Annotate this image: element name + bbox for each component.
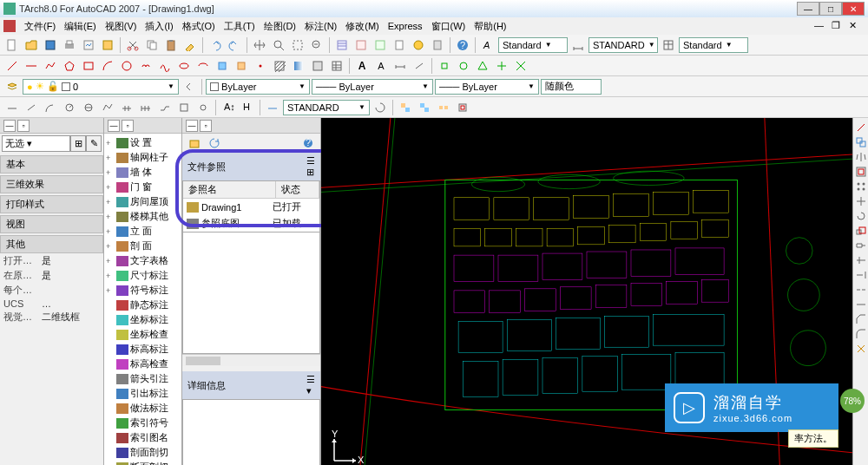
mod3-icon[interactable]: [435, 99, 452, 116]
dim8-icon[interactable]: [137, 99, 155, 116]
dim1-icon[interactable]: [3, 99, 21, 116]
section-other[interactable]: 其他: [0, 235, 103, 253]
xref-pin-icon[interactable]: ▫: [200, 120, 212, 132]
menu-file[interactable]: 文件(F): [21, 18, 59, 35]
print-icon[interactable]: [61, 36, 78, 54]
detail-view-icon[interactable]: ☰: [306, 374, 315, 385]
dimstyle-icon[interactable]: [569, 36, 587, 54]
tree-item-4[interactable]: +房间屋顶: [104, 194, 181, 209]
xref-tree-icon[interactable]: ⊞: [306, 167, 315, 178]
prop-open[interactable]: 打开…是: [0, 253, 103, 268]
plotstyle-combo[interactable]: 随颜色: [541, 79, 602, 95]
ellipse-arc-icon[interactable]: [194, 57, 212, 75]
chamfer-icon[interactable]: [855, 313, 867, 325]
menu-format[interactable]: 格式(O): [179, 18, 219, 35]
stretch-icon[interactable]: [855, 239, 867, 252]
break-icon[interactable]: [855, 284, 867, 296]
array-icon[interactable]: [855, 180, 867, 193]
menu-view[interactable]: 视图(V): [102, 18, 141, 35]
tree-item-6[interactable]: +立 面: [104, 224, 181, 239]
prop-at[interactable]: 在原…是: [0, 268, 103, 283]
paste-icon[interactable]: [162, 36, 180, 54]
tree-item-11[interactable]: 静态标注: [104, 298, 181, 312]
dimstyle-mgr-icon[interactable]: [264, 99, 281, 116]
properties-icon[interactable]: [333, 36, 351, 54]
menu-modify[interactable]: 修改(M): [342, 18, 383, 35]
tree-close-icon[interactable]: —: [108, 120, 120, 132]
line-icon[interactable]: [3, 57, 21, 75]
prop-per[interactable]: 每个…: [0, 283, 103, 298]
table-icon[interactable]: [328, 57, 345, 75]
detail-collapse-icon[interactable]: ▾: [306, 385, 315, 396]
insert-icon[interactable]: [214, 57, 231, 75]
tree-item-8[interactable]: +文字表格: [104, 253, 181, 268]
menu-draw[interactable]: 绘图(D): [260, 18, 299, 35]
prop-ucs[interactable]: UCS…: [0, 298, 103, 310]
menu-edit[interactable]: 编辑(E): [61, 18, 100, 35]
arc-icon[interactable]: [99, 57, 116, 75]
xref-scrollbar[interactable]: [182, 354, 320, 366]
section-basic[interactable]: 基本: [0, 155, 103, 174]
undo-icon[interactable]: [207, 36, 224, 54]
mtext-icon[interactable]: A: [353, 57, 371, 75]
region-icon[interactable]: [309, 57, 326, 75]
publish-icon[interactable]: [99, 36, 116, 54]
polygon-icon[interactable]: [61, 57, 78, 75]
menu-help[interactable]: 帮助(H): [470, 18, 510, 35]
offset-icon[interactable]: [855, 166, 867, 178]
tree-item-16[interactable]: 箭头引注: [104, 371, 181, 386]
tree-item-18[interactable]: 做法标注: [104, 401, 181, 416]
section-3d[interactable]: 三维效果: [0, 175, 103, 193]
tree-item-12[interactable]: 坐标标注: [104, 312, 181, 327]
menu-tools[interactable]: 工具(T): [220, 18, 259, 35]
section-print[interactable]: 打印样式: [0, 195, 103, 213]
pline-icon[interactable]: [42, 57, 59, 75]
color-combo[interactable]: ByLayer▼: [206, 79, 310, 95]
menu-window[interactable]: 窗口(W): [428, 18, 470, 35]
sheet-icon[interactable]: [391, 36, 408, 54]
tree-item-20[interactable]: 索引图名: [104, 430, 181, 445]
block-icon[interactable]: [233, 57, 250, 75]
prop-vis[interactable]: 视觉…二维线框: [0, 310, 103, 324]
tree-pin-icon[interactable]: ▫: [122, 120, 134, 132]
tree-item-0[interactable]: +设 置: [104, 135, 181, 150]
dim6-icon[interactable]: [99, 99, 116, 116]
dimstyle2-combo[interactable]: STANDARD▼: [283, 100, 370, 115]
text-icon[interactable]: A: [372, 57, 390, 75]
osnap3-icon[interactable]: [474, 57, 491, 75]
lineweight-combo[interactable]: ─── ByLayer▼: [435, 79, 539, 95]
erase-icon[interactable]: [855, 121, 867, 134]
quickselect-icon[interactable]: ⊞: [70, 135, 86, 152]
zoom-window-icon[interactable]: [289, 36, 306, 54]
dim11-icon[interactable]: [194, 99, 212, 116]
dim-aligned-icon[interactable]: [411, 57, 428, 75]
osnap5-icon[interactable]: [512, 57, 529, 75]
dim3-icon[interactable]: [42, 99, 59, 116]
panel-close-icon[interactable]: —: [3, 120, 16, 132]
help-icon[interactable]: ?: [454, 36, 471, 54]
dim7-icon[interactable]: [118, 99, 135, 116]
doc-close-button[interactable]: ✕: [849, 20, 865, 32]
extend-icon[interactable]: [855, 269, 867, 281]
maximize-button[interactable]: □: [819, 2, 842, 16]
point-icon[interactable]: [252, 57, 269, 75]
mod2-icon[interactable]: [416, 99, 433, 116]
pan-icon[interactable]: [251, 36, 268, 54]
dim4-icon[interactable]: [61, 99, 78, 116]
tree-item-22[interactable]: 断面剖切: [104, 460, 181, 465]
rect-icon[interactable]: [80, 57, 97, 75]
dim9-icon[interactable]: [156, 99, 174, 116]
xref-row-0[interactable]: Drawing1已打开: [183, 199, 319, 215]
tree-item-14[interactable]: 标高标注: [104, 342, 181, 357]
xref-attach-icon[interactable]: [186, 134, 203, 152]
ellipse-icon[interactable]: [175, 57, 193, 75]
minimize-button[interactable]: —: [797, 2, 819, 16]
spline-icon[interactable]: [156, 57, 174, 75]
panel-pin-icon[interactable]: ▫: [17, 120, 30, 132]
hatch-icon[interactable]: [271, 57, 288, 75]
tree-item-2[interactable]: +墙 体: [104, 165, 181, 180]
tree-item-17[interactable]: 引出标注: [104, 386, 181, 401]
tree-item-15[interactable]: 标高检查: [104, 357, 181, 371]
trim-icon[interactable]: [855, 254, 867, 266]
tree-item-10[interactable]: +符号标注: [104, 283, 181, 298]
